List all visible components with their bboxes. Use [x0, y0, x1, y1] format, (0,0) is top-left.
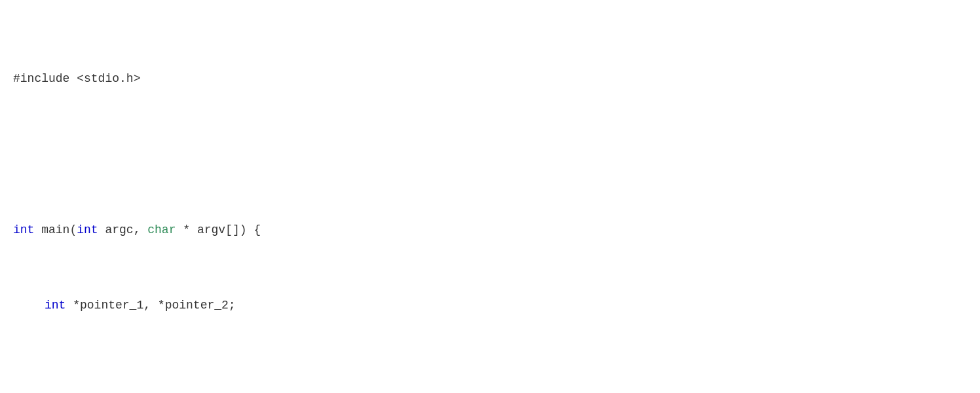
keyword-int: int — [13, 223, 34, 236]
preprocessor-directive: #include <stdio.h> — [13, 72, 140, 85]
keyword-char: char — [147, 223, 176, 236]
line-pointer-decl: int *pointer_1, *pointer_2; — [13, 296, 960, 315]
argc-param: argc, — [98, 223, 148, 236]
pointer-vars: *pointer_1, *pointer_2; — [66, 299, 235, 312]
code-editor: #include <stdio.h> int main(int argc, ch… — [0, 0, 980, 393]
keyword-int3: int — [45, 299, 66, 312]
argv-param: * argv[]) { — [176, 223, 261, 236]
line-main-def: int main(int argc, char * argv[]) { — [13, 221, 960, 240]
code-content: #include <stdio.h> int main(int argc, ch… — [13, 13, 960, 393]
keyword-int2: int — [77, 223, 98, 236]
line-blank-1 — [13, 145, 960, 164]
line-include: #include <stdio.h> — [13, 69, 960, 88]
func-name: main( — [41, 223, 77, 236]
line-blank-2 — [13, 371, 960, 390]
